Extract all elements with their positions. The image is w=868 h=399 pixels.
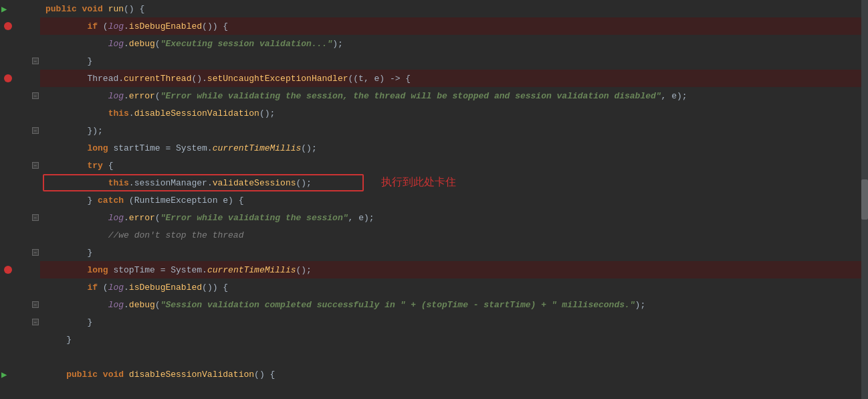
plain-6b: (: [155, 91, 160, 101]
code-line-16: long stopTime = System.currentTimeMillis…: [40, 261, 868, 278]
code-area: public void run() { if (log.isDebugEnabl…: [40, 0, 868, 399]
gutter-row-15: −: [0, 244, 40, 261]
code-line-15: }: [40, 244, 868, 261]
var-starttime-9: startTime = System.: [113, 143, 212, 153]
code-line-20: }: [40, 331, 868, 348]
method-error-13: error: [129, 213, 155, 223]
code-line-9: long startTime = System.currentTimeMilli…: [40, 139, 868, 157]
plain-13b: (: [155, 213, 160, 223]
annotation-text: 执行到此处卡住: [381, 175, 456, 189]
gutter-row-6: −: [0, 87, 40, 104]
var-log-3: log: [108, 39, 124, 49]
plain-9b: ();: [301, 143, 316, 153]
indent-13: [45, 213, 108, 223]
plain-18b: (: [155, 300, 160, 310]
method-currentthread-5: currentThread: [124, 74, 191, 84]
gutter-row-11: [0, 174, 40, 191]
fold-icon-10[interactable]: −: [32, 162, 39, 169]
plain-3b: (: [155, 39, 160, 49]
plain-3c: );: [332, 39, 343, 49]
str-18: "Session validation completed successful…: [160, 300, 635, 310]
method-isdebug-17: isDebugEnabled: [129, 283, 202, 293]
code-line-17: if (log.isDebugEnabled()) {: [40, 278, 868, 296]
str-3: "Executing session validation...": [160, 39, 332, 49]
fold-icon-18[interactable]: −: [32, 301, 39, 308]
var-log-13: log: [108, 213, 124, 223]
gutter-row-3: [0, 35, 40, 52]
keyword-this-7: this: [108, 108, 129, 118]
fold-icon-6[interactable]: −: [32, 92, 39, 99]
keyword-this-11: this: [108, 178, 129, 188]
method-setuncaught-5: setUncaughtExceptionHandler: [207, 74, 348, 84]
indent-16: [45, 265, 87, 275]
indent-12: [45, 195, 87, 206]
plain-19: }: [87, 317, 92, 327]
gutter-row-9: [0, 139, 40, 157]
indent-14: [45, 230, 108, 240]
var-log-18: log: [108, 300, 124, 310]
code-line-6: log.error("Error while validating the se…: [40, 87, 868, 104]
plain-11a: .: [129, 178, 134, 188]
var-sessionmanager-11: sessionManager: [134, 178, 207, 188]
plain-15: }: [87, 248, 92, 258]
fold-icon-4[interactable]: −: [32, 58, 39, 64]
indent-22: [45, 370, 66, 380]
fold-icon-13[interactable]: −: [32, 214, 39, 221]
gutter-row-19: −: [0, 313, 40, 331]
plain-10: {: [108, 161, 114, 171]
fold-icon-15[interactable]: −: [32, 249, 39, 256]
method-error-6: error: [129, 91, 155, 101]
indent-17: [45, 283, 87, 293]
keyword-long-9: long: [87, 143, 113, 153]
var-log-6: log: [108, 91, 124, 101]
var-log-2: log: [108, 21, 124, 31]
keyword-if-17: if: [87, 283, 102, 293]
plain-1: () {: [124, 4, 144, 14]
str-13: "Error while validating the session": [160, 213, 348, 223]
gutter-row-10: −: [0, 157, 40, 174]
plain-2c: ()) {: [202, 21, 228, 31]
indent-2: [45, 21, 87, 31]
method-validatesessions-11: validateSessions: [213, 178, 296, 188]
comment-14: //we don't stop the thread: [108, 230, 244, 240]
editor-container: ▶ − − − −: [0, 0, 868, 399]
keyword-public: public: [45, 4, 82, 14]
plain-18c: );: [635, 300, 646, 310]
indent-6: [45, 91, 108, 101]
fold-icon-8[interactable]: −: [32, 127, 39, 134]
breakpoint-dot-2: [4, 22, 12, 30]
plain-17a: (: [103, 283, 108, 293]
scrollbar-thumb[interactable]: [861, 179, 868, 220]
code-line-7: this.disableSessionValidation();: [40, 104, 868, 122]
indent-3: [45, 39, 108, 49]
indent-18: [45, 300, 108, 310]
plain-7a: .: [129, 108, 134, 118]
plain-18a: .: [124, 300, 129, 310]
gutter-row-2: [0, 17, 40, 35]
code-line-2: if (log.isDebugEnabled()) {: [40, 17, 868, 35]
plain-6c: , e);: [661, 91, 687, 101]
gutter-row-5: [0, 70, 40, 87]
indent-10: [45, 161, 87, 171]
code-line-22: public void disableSessionValidation() {: [40, 366, 868, 383]
code-line-19: }: [40, 313, 868, 331]
plain-7b: ();: [259, 108, 275, 118]
method-disable-7: disableSessionValidation: [134, 108, 259, 118]
indent-5: [45, 74, 87, 84]
method-run: run: [108, 4, 124, 14]
keyword-void: void: [82, 4, 108, 14]
fold-icon-19[interactable]: −: [32, 319, 39, 325]
scrollbar-track: [861, 0, 868, 399]
var-stoptime-16: stopTime = System.: [113, 265, 207, 275]
method-debug-3: debug: [129, 39, 155, 49]
method-ctm-9: currentTimeMillis: [213, 143, 302, 153]
code-line-8: });: [40, 122, 868, 139]
plain-11b: .: [207, 178, 213, 188]
plain-3a: .: [124, 39, 129, 49]
gutter-row-17: [0, 278, 40, 296]
plain-20: }: [45, 335, 72, 345]
code-line-3: log.debug("Executing session validation.…: [40, 35, 868, 52]
indent-19: [45, 317, 87, 327]
plain-13c: , e);: [348, 213, 374, 223]
gutter-row-13: −: [0, 209, 40, 226]
